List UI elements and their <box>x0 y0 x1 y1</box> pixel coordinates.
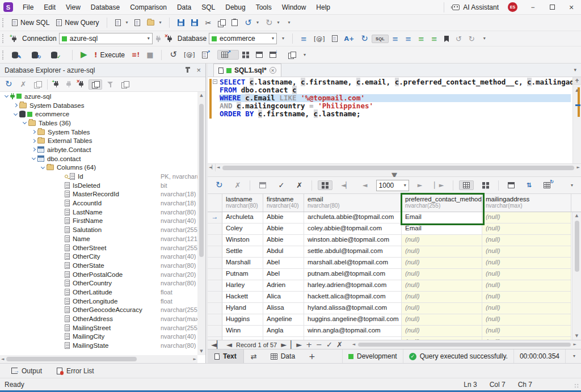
grid-cell[interactable]: Angeline <box>263 314 304 326</box>
grid-cell[interactable]: hyland.alissa@topmail.com <box>304 303 402 314</box>
paste-button[interactable] <box>228 18 241 27</box>
scrollbar-thumb[interactable] <box>199 104 204 257</box>
tab-text[interactable]: Text <box>208 349 244 363</box>
grid-cell[interactable]: (null) <box>482 269 571 280</box>
grid-cell[interactable]: Settle <box>222 246 263 258</box>
swap-views-button[interactable]: ⇄ <box>244 349 264 363</box>
editor-vertical-scrollbar[interactable]: ÷ ▲ <box>572 77 581 163</box>
user-avatar[interactable]: ES <box>508 2 517 12</box>
grid-cell[interactable]: (null) <box>482 280 571 292</box>
menu-window[interactable]: Window <box>277 0 311 15</box>
sql-format-button[interactable]: SQL <box>372 35 389 43</box>
grid-cell[interactable]: Abbie <box>263 212 304 224</box>
tree-item-tables-36-[interactable]: Tables (36) <box>0 119 197 128</box>
explorer-filter-button[interactable] <box>104 81 116 88</box>
prev-record-icon[interactable]: ◄ <box>226 341 232 348</box>
menu-file[interactable]: File <box>18 0 39 15</box>
grid-cell[interactable]: Winston <box>222 235 263 246</box>
execute-script-button[interactable]: ≡! <box>128 50 143 59</box>
column-visibility-button[interactable] <box>504 181 518 189</box>
results-collapse-handle[interactable]: ▼ <box>208 171 581 177</box>
prev-bookmark-button[interactable]: ↺ <box>452 34 465 44</box>
prev-page-button[interactable]: ◄ <box>359 181 371 189</box>
grid-cell[interactable]: (null) <box>482 235 571 246</box>
run-button[interactable]: ▶ <box>77 49 91 60</box>
tree-item-system-tables[interactable]: System Tables <box>0 128 197 137</box>
grid-cell[interactable]: (null) <box>402 303 482 314</box>
grid-cell[interactable]: (null) <box>402 269 482 280</box>
find-in-grid-button[interactable]: ⇅ <box>523 181 535 189</box>
database-overflow-button[interactable]: ▾ <box>277 35 288 42</box>
scrollbar-thumb[interactable] <box>6 357 137 361</box>
column-header-mailingaddress[interactable]: mailingaddressnvarchar(max) <box>482 194 571 212</box>
grid-cell[interactable]: (null) <box>482 212 571 224</box>
tree-item-othercountry[interactable]: OtherCountrynvarchar(80) <box>0 279 197 288</box>
chevron-right-icon[interactable] <box>31 139 35 143</box>
explorer-horizontal-scrollbar[interactable]: ◄ ► <box>0 355 197 363</box>
snippets-button[interactable]: [@] <box>310 35 329 43</box>
row-marker-cell[interactable] <box>208 269 222 280</box>
menu-view[interactable]: View <box>61 0 86 15</box>
chevron-right-icon[interactable] <box>31 147 35 151</box>
row-marker-cell[interactable] <box>208 258 222 269</box>
output-tab[interactable]: Output <box>11 367 42 375</box>
go-to-line-button[interactable]: ≡ <box>297 34 310 44</box>
window-layout-button[interactable] <box>285 50 298 60</box>
row-marker-cell[interactable] <box>208 280 222 292</box>
pane-splitter-icon[interactable]: ◄▏ <box>208 164 216 171</box>
tree-item-othercity[interactable]: OtherCitynvarchar(40) <box>0 252 197 261</box>
append-record-icon[interactable]: + <box>306 341 312 348</box>
grid-cell[interactable]: hackett.alica@topmail.com <box>304 292 402 303</box>
toolbar-overflow-button[interactable]: ▾ <box>283 19 294 26</box>
first-record-icon[interactable]: ◄▏ <box>211 341 222 348</box>
cancel-edit-icon[interactable]: ✗ <box>336 341 343 348</box>
grid-cell[interactable]: (null) <box>402 246 482 258</box>
grid-cell[interactable]: (null) <box>402 280 482 292</box>
row-marker-cell[interactable] <box>208 314 222 326</box>
grid-cell[interactable]: Adrien <box>263 280 304 292</box>
next-bookmark-button[interactable]: ↻ <box>465 34 478 44</box>
code-line-3[interactable]: WHERE c.Email LIKE '%@topmail.com' <box>220 94 571 102</box>
column-header-preferred_contact_method__c[interactable]: preferred_contact_method__cnvarchar(255) <box>402 194 482 212</box>
chevron-right-icon[interactable] <box>31 130 35 134</box>
results-to-grid-button[interactable]: ↗ <box>217 50 239 60</box>
current-row-marker-icon[interactable]: → <box>208 212 222 224</box>
row-marker-cell[interactable] <box>208 326 222 337</box>
disconnect-button[interactable]: ✕ <box>164 35 175 43</box>
status-overflow-button[interactable]: ▾ <box>565 349 581 363</box>
sql-editor[interactable]: − SELECT c.lastname, c.firstname, c.emai… <box>208 77 581 163</box>
minimize-button[interactable]: − <box>523 0 542 15</box>
first-page-button[interactable]: ◄▏ <box>338 181 354 189</box>
chevron-down-icon[interactable] <box>40 165 44 169</box>
grid-cell[interactable]: Email <box>402 212 482 224</box>
code-line-2[interactable]: FROM dbo.contact c <box>220 86 571 94</box>
chevron-down-icon[interactable] <box>31 156 35 160</box>
comment-button[interactable]: ≡ <box>415 34 428 44</box>
tab-list-dropdown-icon[interactable]: ▾ <box>569 68 581 73</box>
export-image-button[interactable]: ↓ <box>266 50 285 59</box>
explorer-new-connection-button[interactable]: + <box>51 80 61 88</box>
grid-cell[interactable]: winston.abbie@topmail.com <box>304 235 402 246</box>
grid-cell[interactable]: Abel <box>263 269 304 280</box>
grid-cell[interactable]: (null) <box>482 258 571 269</box>
apply-changes-button[interactable]: ✓ <box>275 180 288 190</box>
grid-cell[interactable]: Abbie <box>263 224 304 235</box>
grid-cell[interactable]: (null) <box>482 224 571 235</box>
last-record-icon[interactable]: ▏► <box>290 341 302 348</box>
grid-cell[interactable]: (null) <box>482 314 571 326</box>
explorer-delete-button[interactable]: ✗ <box>18 79 30 89</box>
grid-cell[interactable]: Abel <box>263 258 304 269</box>
scrollbar-thumb[interactable] <box>358 343 570 347</box>
tree-item-columns-64-[interactable]: Columns (64) <box>0 163 197 172</box>
grid-cell[interactable]: Huggins <box>222 314 263 326</box>
chevron-down-icon[interactable] <box>4 94 8 98</box>
tree-item-salutation[interactable]: Salutationnvarchar(255) <box>0 225 197 234</box>
tree-item-system-databases[interactable]: System Databases <box>0 101 197 110</box>
chart-button[interactable] <box>252 50 266 59</box>
tree-item-accountid[interactable]: AccountIdnvarchar(18) <box>0 199 197 208</box>
grid-cell[interactable]: (null) <box>402 314 482 326</box>
explorer-recent-button[interactable] <box>119 80 131 89</box>
close-button[interactable]: × <box>562 0 581 15</box>
grid-view-button[interactable] <box>459 180 474 190</box>
grid-cell[interactable]: winn.angla@topmail.com <box>304 326 402 337</box>
